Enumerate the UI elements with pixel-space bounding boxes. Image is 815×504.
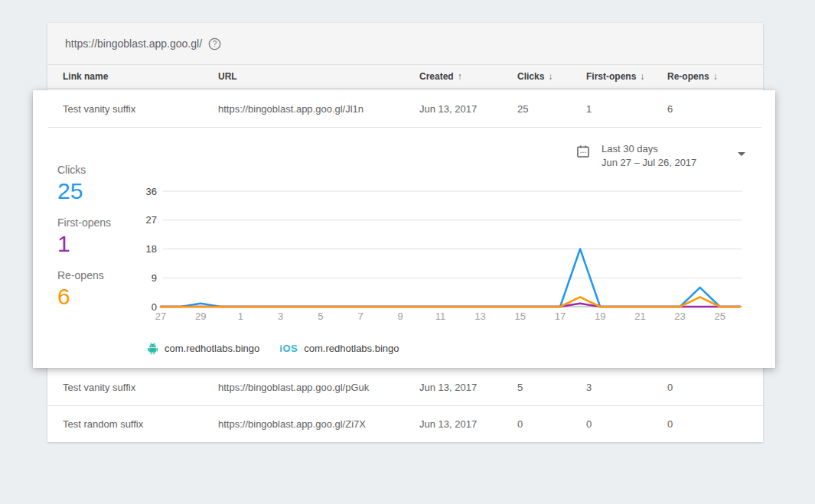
cell-link-name: Test vanity suffix xyxy=(63,90,135,127)
date-range-text: Last 30 days Jun 27 – Jul 26, 2017 xyxy=(601,142,696,170)
stat-value-first-opens: 1 xyxy=(57,231,111,257)
cell-clicks: 25 xyxy=(517,90,528,127)
expanded-table-row[interactable]: Test vanity suffix https://bingoblast.ap… xyxy=(47,90,775,127)
cell-created: Jun 13, 2017 xyxy=(419,90,477,127)
table-row[interactable]: Test vanity suffix https://bingoblast.ap… xyxy=(47,369,763,405)
column-header-url[interactable]: URL xyxy=(218,65,237,88)
cell-link-name: Test random suffix xyxy=(63,406,143,442)
cell-clicks: 0 xyxy=(517,406,523,442)
ios-icon: iOS xyxy=(279,343,298,354)
divider xyxy=(48,127,761,128)
svg-text:?: ? xyxy=(213,40,217,48)
svg-text:11: 11 xyxy=(435,311,446,322)
legend-item-ios: iOS com.redhotlabs.bingo xyxy=(279,343,399,354)
svg-text:25: 25 xyxy=(715,311,725,322)
svg-text:23: 23 xyxy=(674,311,685,322)
legend-label: com.redhotlabs.bingo xyxy=(165,343,259,354)
column-header-created[interactable]: Created ↑ xyxy=(419,65,462,88)
svg-text:29: 29 xyxy=(195,311,206,322)
sort-desc-icon: ↓ xyxy=(548,71,553,82)
chevron-down-icon[interactable] xyxy=(738,152,745,156)
cell-re-opens: 0 xyxy=(667,369,673,405)
column-header-link-name[interactable]: Link name xyxy=(63,65,108,88)
svg-text:9: 9 xyxy=(152,272,157,284)
cell-url: https://bingoblast.app.goo.gl/pGuk xyxy=(218,369,369,405)
date-range-selector[interactable]: Last 30 days Jun 27 – Jul 26, 2017 xyxy=(575,142,696,170)
cell-first-opens: 3 xyxy=(586,369,592,405)
svg-text:13: 13 xyxy=(474,311,485,322)
svg-text:19: 19 xyxy=(595,311,605,322)
base-url-text: https://bingoblast.app.goo.gl/ xyxy=(65,37,202,50)
table-header-row: Link name URL Created ↑ Clicks ↓ First-o… xyxy=(47,65,763,89)
legend-item-android: com.redhotlabs.bingo xyxy=(147,342,259,355)
cell-re-opens: 6 xyxy=(667,90,673,127)
cell-first-opens: 1 xyxy=(586,90,592,127)
cell-created: Jun 13, 2017 xyxy=(419,406,477,442)
chart-legend: com.redhotlabs.bingo iOS com.redhotlabs.… xyxy=(147,342,399,355)
cell-link-name: Test vanity suffix xyxy=(63,369,135,405)
card-header: https://bingoblast.app.goo.gl/ ? xyxy=(47,23,763,65)
stat-label-re-opens: Re-opens xyxy=(57,269,111,281)
svg-text:1: 1 xyxy=(238,311,243,322)
help-icon[interactable]: ? xyxy=(208,37,221,50)
svg-text:7: 7 xyxy=(357,311,363,322)
analytics-chart: 091827362729135791113151719212325 xyxy=(140,182,757,327)
expanded-link-panel: Test vanity suffix https://bingoblast.ap… xyxy=(33,90,775,368)
sort-desc-icon: ↓ xyxy=(640,71,644,82)
cell-url: https://bingoblast.app.goo.gl/Jl1n xyxy=(218,90,363,127)
cell-re-opens: 0 xyxy=(667,406,673,442)
stats-summary: Clicks 25 First-opens 1 Re-opens 6 xyxy=(57,164,111,322)
column-header-first-opens[interactable]: First-opens ↓ xyxy=(586,65,644,88)
svg-text:18: 18 xyxy=(146,243,157,255)
svg-text:17: 17 xyxy=(555,311,566,322)
table-row[interactable]: Test random suffix https://bingoblast.ap… xyxy=(47,405,763,442)
date-range-preset: Last 30 days xyxy=(601,143,658,154)
legend-label: com.redhotlabs.bingo xyxy=(304,343,399,354)
stat-label-clicks: Clicks xyxy=(57,164,111,176)
svg-text:3: 3 xyxy=(278,311,283,322)
svg-text:9: 9 xyxy=(398,311,403,322)
cell-created: Jun 13, 2017 xyxy=(419,369,477,405)
link-rows: Test vanity suffix https://bingoblast.ap… xyxy=(47,369,763,442)
svg-text:36: 36 xyxy=(146,186,157,197)
svg-text:21: 21 xyxy=(634,311,645,322)
cell-first-opens: 0 xyxy=(586,406,592,442)
date-range-dates: Jun 27 – Jul 26, 2017 xyxy=(601,157,696,168)
svg-text:15: 15 xyxy=(515,311,526,322)
sort-asc-icon: ↑ xyxy=(458,71,462,82)
svg-text:5: 5 xyxy=(318,311,323,322)
android-icon xyxy=(147,342,158,355)
svg-text:27: 27 xyxy=(155,311,166,322)
sort-desc-icon: ↓ xyxy=(713,71,718,82)
analytics-chart-area: 091827362729135791113151719212325 xyxy=(140,182,757,330)
cell-clicks: 5 xyxy=(517,369,523,405)
stat-value-clicks: 25 xyxy=(57,178,111,204)
stat-label-first-opens: First-opens xyxy=(57,216,111,229)
column-header-re-opens[interactable]: Re-opens ↓ xyxy=(667,65,718,88)
dynamic-links-page: https://bingoblast.app.goo.gl/ ? Link na… xyxy=(0,0,815,504)
svg-text:27: 27 xyxy=(146,214,157,226)
cell-url: https://bingoblast.app.goo.gl/Zi7X xyxy=(218,406,366,442)
column-header-clicks[interactable]: Clicks ↓ xyxy=(517,65,553,88)
calendar-icon xyxy=(575,144,591,162)
stat-value-re-opens: 6 xyxy=(57,284,111,310)
